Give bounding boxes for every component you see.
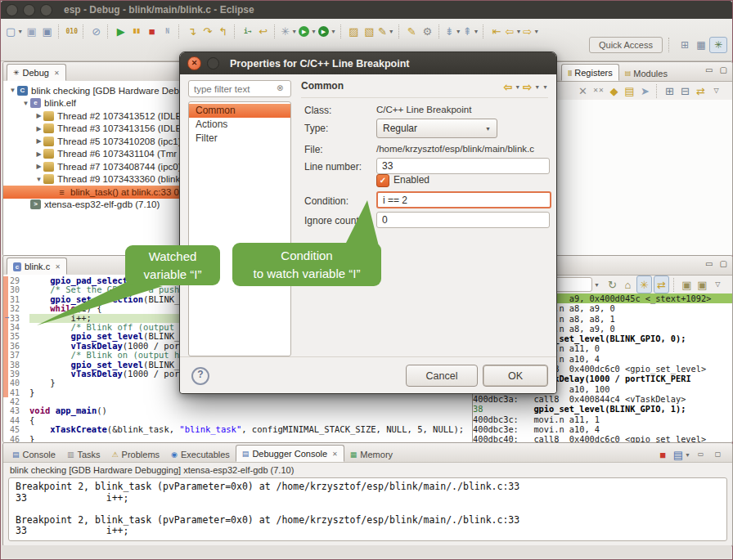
ok-button[interactable]: OK: [483, 365, 548, 387]
ignore-count-input[interactable]: [376, 212, 550, 228]
enabled-checkbox[interactable]: ✓: [376, 174, 389, 187]
tab-debug[interactable]: ✳ Debug ✕: [7, 64, 66, 81]
cpp-perspective-icon[interactable]: ▦: [693, 38, 709, 52]
expander-expanded-icon[interactable]: ▼: [8, 87, 17, 94]
maximize-view-button[interactable]: ▢: [720, 66, 727, 74]
profile-icon[interactable]: ⚙: [420, 23, 434, 39]
terminate-button[interactable]: ■: [145, 23, 159, 39]
new-wizard-dropdown[interactable]: ▢▼: [6, 23, 23, 39]
expander-collapsed-icon[interactable]: ▶: [34, 125, 43, 132]
open-resource-icon[interactable]: ▧: [362, 23, 376, 39]
dialog-nav-common[interactable]: Common: [189, 104, 290, 118]
cancel-button[interactable]: Cancel: [406, 365, 478, 387]
last-edit-location-button[interactable]: ⇤: [489, 23, 503, 39]
sync-active-context-toggle[interactable]: ⇄: [654, 276, 669, 293]
maximize-view-button[interactable]: ▢: [711, 446, 725, 463]
tab-memory[interactable]: ▦Memory: [344, 446, 398, 462]
step-return-button[interactable]: ↰: [216, 23, 230, 39]
show-source-toggle[interactable]: ✳: [636, 276, 652, 293]
display-selected-console-dropdown[interactable]: ▤▼: [673, 446, 690, 463]
instruction-stepping-toggle[interactable]: i→: [241, 23, 254, 39]
save-button[interactable]: ▣: [25, 23, 38, 39]
refresh-icon[interactable]: ↻: [605, 276, 619, 293]
view-menu-icon[interactable]: ▽: [711, 276, 725, 293]
debug-perspective-icon[interactable]: ✳: [709, 37, 727, 53]
expander-collapsed-icon[interactable]: ▶: [34, 137, 43, 145]
minimize-view-button[interactable]: ▭: [694, 446, 708, 463]
close-tab-icon[interactable]: ✕: [55, 263, 61, 271]
previous-annotation-dropdown[interactable]: ⇞▼: [463, 23, 479, 39]
close-button[interactable]: [6, 4, 18, 16]
expand-all-icon[interactable]: ⊞: [663, 83, 677, 99]
tab-tasks[interactable]: ▥Tasks: [61, 446, 106, 462]
select-pointer-icon[interactable]: ➤: [638, 83, 652, 99]
chevron-down-icon[interactable]: ▼: [594, 282, 600, 288]
view-menu-icon[interactable]: ▽: [709, 83, 723, 99]
show-breakpoints-icon[interactable]: ◆: [607, 83, 621, 99]
goto-file-icon[interactable]: ▤: [623, 83, 636, 99]
expander-collapsed-icon[interactable]: ▶: [34, 150, 43, 158]
chevron-down-icon[interactable]: ▼: [515, 84, 520, 90]
save-all-button[interactable]: ▣: [40, 23, 54, 39]
tab-executables[interactable]: ◉Executables: [165, 446, 236, 462]
pin-view-icon[interactable]: ▣: [695, 276, 709, 293]
close-tab-icon[interactable]: ✕: [332, 450, 338, 458]
tab-problems[interactable]: ⚠Problems: [106, 446, 166, 462]
quick-access-button[interactable]: Quick Access: [589, 37, 663, 53]
next-annotation-dropdown[interactable]: ⇟▼: [445, 23, 461, 39]
tab-console[interactable]: ▤Console: [7, 446, 61, 462]
open-element-icon[interactable]: ▨: [347, 23, 361, 39]
chevron-down-icon[interactable]: ▼: [534, 84, 540, 90]
dialog-close-button[interactable]: ✕: [187, 56, 201, 70]
view-menu-icon[interactable]: ▼: [542, 84, 548, 90]
clear-filter-icon[interactable]: ⊗: [277, 83, 283, 92]
expander-expanded-icon[interactable]: ▼: [34, 176, 43, 183]
resume-button[interactable]: ▶: [114, 23, 128, 39]
remove-icon[interactable]: ✕: [576, 83, 590, 99]
condition-input[interactable]: [376, 191, 551, 208]
minimize-view-button[interactable]: ▭: [705, 260, 713, 268]
dialog-maximize-button[interactable]: [207, 57, 219, 69]
console-output[interactable]: Breakpoint 2, blink_task (pvParameter=0x…: [8, 477, 727, 541]
back-dropdown[interactable]: ⇦▼: [505, 23, 521, 39]
maximize-button[interactable]: [40, 4, 52, 16]
suspend-button[interactable]: ▮▮: [129, 23, 143, 39]
external-tools-dropdown[interactable]: ▶▼: [318, 23, 336, 39]
step-over-button[interactable]: ↷: [200, 23, 214, 39]
minimize-button[interactable]: [23, 4, 35, 16]
breakpoint-arrow-icon[interactable]: →: [3, 312, 11, 320]
tab-blink-c[interactable]: c blink.c ✕: [7, 258, 67, 275]
annotation-brush-icon[interactable]: ✎: [405, 23, 419, 39]
minimize-view-button[interactable]: ▭: [705, 66, 713, 74]
run-dropdown[interactable]: ▶▼: [299, 23, 317, 39]
disconnect-button[interactable]: N: [160, 23, 174, 39]
terminate-console-button[interactable]: ■: [656, 446, 670, 463]
back-icon[interactable]: ⇦: [503, 81, 512, 93]
type-dropdown[interactable]: Regular ▼: [376, 119, 497, 138]
dialog-nav-actions[interactable]: Actions: [189, 118, 290, 132]
maximize-view-button[interactable]: ▢: [720, 260, 727, 268]
tab-modules[interactable]: ▤Modules: [619, 65, 673, 81]
link-with-debug-icon[interactable]: ⇄: [694, 83, 708, 99]
open-new-view-icon[interactable]: ▣: [680, 276, 694, 293]
dialog-nav-filter[interactable]: Filter: [189, 132, 290, 146]
expander-collapsed-icon[interactable]: ▶: [34, 163, 43, 170]
drop-to-frame-button[interactable]: ↩: [256, 23, 270, 39]
mark-occurrences-dropdown[interactable]: ✎▼: [378, 23, 394, 39]
expander-expanded-icon[interactable]: ▼: [21, 100, 30, 107]
skip-all-breakpoints-toggle[interactable]: ⊘: [89, 23, 103, 39]
expander-collapsed-icon[interactable]: ▶: [34, 112, 43, 119]
home-icon[interactable]: ⌂: [621, 276, 635, 293]
binary-console-icon[interactable]: 010: [65, 23, 79, 39]
tab-registers[interactable]: ||||Registers: [561, 64, 619, 81]
forward-dropdown[interactable]: ⇨▼: [523, 23, 539, 39]
remove-all-icon[interactable]: ✕✕: [591, 83, 605, 99]
collapse-all-icon[interactable]: ⊟: [678, 83, 692, 99]
line-number-input[interactable]: [376, 158, 550, 174]
forward-icon[interactable]: ⇨: [523, 81, 532, 93]
close-tab-icon[interactable]: ✕: [54, 69, 60, 77]
tab-debugger-console[interactable]: ▤Debugger Console✕: [236, 445, 344, 462]
help-button[interactable]: ?: [191, 367, 209, 385]
debug-history-dropdown[interactable]: ✳▼: [281, 23, 297, 39]
open-perspective-icon[interactable]: ⊞: [677, 38, 693, 52]
